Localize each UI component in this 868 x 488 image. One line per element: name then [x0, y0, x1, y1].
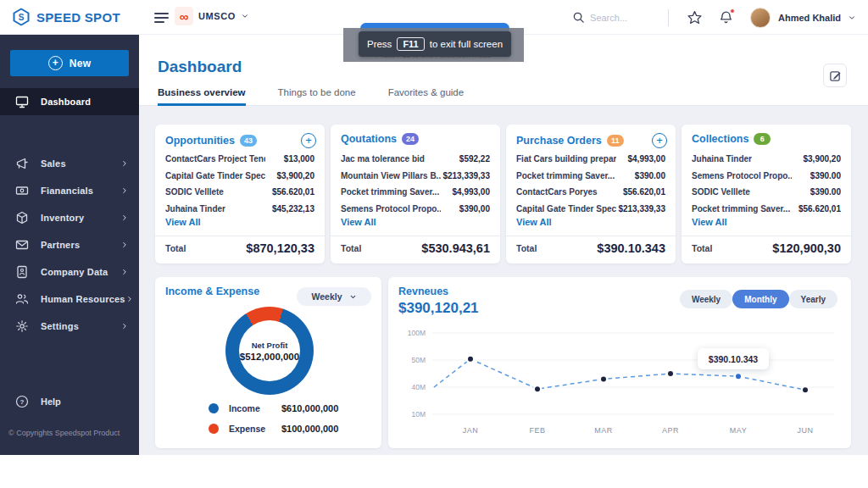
- list-item[interactable]: SODIC Velllete$390.00: [682, 184, 851, 201]
- view-all-link[interactable]: View All: [692, 217, 727, 227]
- sidebar-item-label: Inventory: [41, 213, 120, 223]
- list-item[interactable]: Semens Protocol Propo...$390,00: [331, 201, 500, 218]
- company-switcher[interactable]: ∞ UMSCO: [175, 7, 249, 25]
- income-expense-card: Income & Expense Weekly Net Profit $512,…: [155, 277, 381, 448]
- search-input[interactable]: [590, 13, 649, 23]
- list-item[interactable]: Mountain View Pillars B...$213,339,33: [331, 168, 500, 185]
- list-item[interactable]: ContactCars Poryes$56.620,01: [506, 184, 676, 201]
- sidebar-item-partners[interactable]: Partners: [0, 231, 139, 258]
- fullscreen-notification: Press F11 to exit Fullscreen mode Press …: [343, 23, 524, 62]
- add-purchase-order-button[interactable]: +: [652, 133, 667, 148]
- card-title: Qoutations: [341, 133, 397, 145]
- sidebar-item-dashboard[interactable]: Dashboard: [0, 88, 139, 115]
- toggle-weekly[interactable]: Weekly: [680, 290, 732, 308]
- list-item[interactable]: ContactCars Project Tendir...$13,000: [155, 151, 325, 168]
- total-label: Total: [165, 243, 186, 253]
- view-all-link[interactable]: View All: [341, 217, 376, 227]
- list-item[interactable]: Juhaina Tinder$45,232,13: [155, 201, 325, 218]
- legend-income: Income $610,000,000: [209, 403, 338, 413]
- sidebar-item-label: Company Data: [41, 267, 120, 277]
- count-badge: 11: [607, 135, 624, 147]
- total-value: $120,900,30: [772, 241, 841, 255]
- total-value: $530.943,61: [421, 241, 490, 255]
- card-title: Collections: [692, 133, 748, 145]
- net-profit-value: $512,000,000: [240, 352, 299, 362]
- list-item[interactable]: Semens Protocol Propo...$390.00: [682, 168, 851, 185]
- list-item[interactable]: Capital Gate Tinder Specia...$3,900,20: [155, 168, 325, 185]
- hexagon-logo-icon: S: [12, 8, 31, 26]
- sidebar: + New Dashboard Sales Fianancials Invent…: [0, 35, 139, 455]
- period-dropdown[interactable]: Weekly: [297, 287, 371, 306]
- f11-keycap: F11: [397, 37, 424, 51]
- svg-text:S: S: [19, 13, 25, 22]
- sidebar-item-label: Settings: [41, 321, 120, 331]
- expense-dot: [209, 424, 219, 434]
- user-name[interactable]: Ahmed Khalid: [778, 13, 841, 23]
- hamburger-menu-icon[interactable]: [154, 10, 169, 24]
- sidebar-item-sales[interactable]: Sales: [0, 150, 139, 177]
- count-badge: 6: [754, 133, 771, 145]
- card-title: Revneues: [398, 286, 448, 297]
- sidebar-item-inventory[interactable]: Inventory: [0, 204, 139, 231]
- sidebar-item-company-data[interactable]: Company Data: [0, 258, 139, 286]
- exit-label: to exit full screen: [430, 39, 503, 49]
- tab-business-overview[interactable]: Business overview: [158, 80, 246, 106]
- sidebar-item-settings[interactable]: Settings: [0, 313, 139, 340]
- new-button[interactable]: + New: [10, 50, 129, 76]
- chevron-right-icon: [120, 241, 129, 249]
- copyright-text: © Copyrights Speedspot Product: [8, 429, 120, 437]
- svg-text:100M: 100M: [408, 329, 426, 337]
- app-root: S SPEED SPOT ∞ UMSCO Ahmed Khalid: [0, 0, 868, 488]
- list-item[interactable]: Pocket trimming Saver...$56.620,01: [682, 201, 851, 218]
- total-label: Total: [516, 243, 537, 253]
- add-opportunity-button[interactable]: +: [301, 133, 316, 148]
- gear-icon: [15, 319, 29, 333]
- collections-card: Collections 6 Juhaina Tinder$3,900,20 Se…: [682, 125, 851, 263]
- revenues-card: Revneues $390,120,21 Weekly Monthly Year…: [388, 277, 851, 448]
- net-profit-label: Net Profit: [252, 341, 288, 350]
- total-label: Total: [341, 243, 361, 253]
- brand-logo[interactable]: S SPEED SPOT: [12, 8, 120, 26]
- list-item[interactable]: Capital Gate Tinder Specia...$213,339,33: [506, 201, 676, 218]
- dashboard-tabs: Business overview Things to be done Favo…: [139, 80, 868, 106]
- card-title: Opportunities: [165, 135, 235, 147]
- total-label: Total: [692, 243, 712, 253]
- user-avatar[interactable]: [750, 8, 771, 28]
- tab-favorites-guide[interactable]: Favorites & guide: [388, 80, 465, 106]
- favorites-star-icon[interactable]: [687, 10, 702, 25]
- list-item[interactable]: Fiat Cars building prepare...$4,993,00: [506, 151, 676, 168]
- search-box[interactable]: [572, 11, 649, 24]
- svg-text:JUN: JUN: [798, 426, 814, 435]
- help-button[interactable]: ? Help: [15, 395, 61, 408]
- svg-text:40M: 40M: [411, 383, 426, 391]
- income-expense-donut-chart[interactable]: Net Profit $512,000,000: [225, 307, 314, 395]
- chevron-down-icon[interactable]: [848, 14, 856, 22]
- card-title: Purchase Orders: [516, 135, 602, 147]
- plus-icon: +: [48, 56, 63, 70]
- chevron-right-icon: [120, 268, 129, 276]
- sidebar-item-label: Partners: [41, 240, 120, 250]
- notifications-bell-icon[interactable]: [719, 10, 733, 25]
- sidebar-item-label: Fianancials: [41, 186, 120, 196]
- list-item[interactable]: Pocket trimming Saver...$390.00: [506, 168, 676, 185]
- list-item[interactable]: Juhaina Tinder$3,900,20: [682, 151, 851, 168]
- count-badge: 43: [240, 135, 257, 147]
- toggle-monthly[interactable]: Monthly: [732, 290, 788, 308]
- revenue-line-chart[interactable]: 100M50M40M10MJANFEBMARAPRMAYJUN: [398, 326, 841, 440]
- sidebar-item-financials[interactable]: Fianancials: [0, 177, 139, 204]
- list-item[interactable]: Jac ma tolerance bid$592,22: [331, 151, 500, 168]
- svg-text:JAN: JAN: [463, 426, 479, 435]
- fullscreen-exit-toast: Press F11 to exit full screen: [359, 31, 511, 57]
- view-all-link[interactable]: View All: [516, 217, 552, 227]
- revenue-headline-value: $390,120,21: [398, 300, 479, 317]
- svg-text:10M: 10M: [411, 410, 426, 419]
- view-all-link[interactable]: View All: [165, 217, 201, 227]
- list-item[interactable]: Pocket trimming Saver...$4,993,00: [331, 184, 500, 201]
- list-item[interactable]: SODIC Velllete$56.620,01: [155, 184, 325, 201]
- chevron-right-icon: [120, 322, 129, 330]
- tab-things-to-be-done[interactable]: Things to be done: [278, 80, 356, 106]
- toggle-yearly[interactable]: Yearly: [789, 290, 837, 308]
- svg-text:?: ?: [20, 398, 25, 406]
- chevron-right-icon: [125, 295, 134, 303]
- sidebar-item-human-resources[interactable]: Human Resources: [0, 286, 139, 313]
